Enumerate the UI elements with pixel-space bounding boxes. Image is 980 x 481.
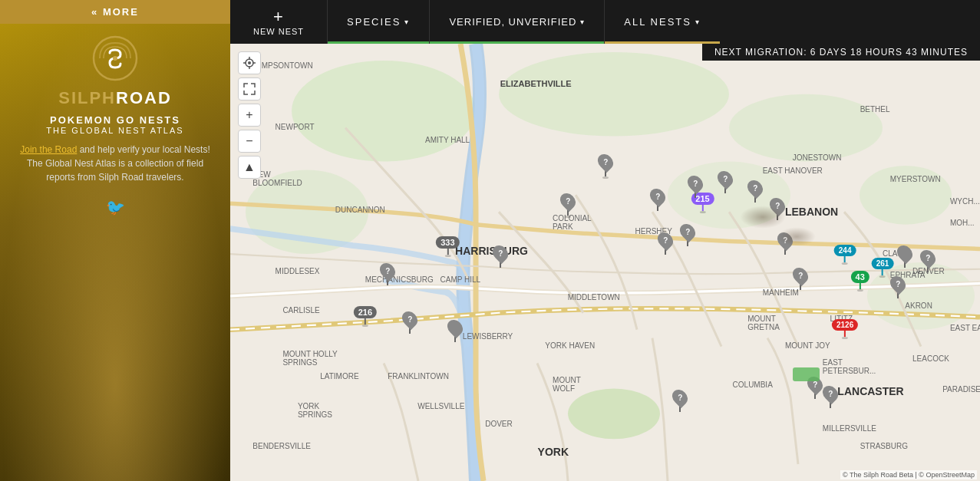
verified-button[interactable]: VERIFIED, UNVERIFIED ▾ (430, 0, 605, 44)
plus-icon: + (273, 8, 284, 25)
nest-marker-q8[interactable]: ? (658, 232, 672, 255)
new-nest-label: NEW NEST (253, 27, 304, 36)
logo-text: SILPHROAD (58, 88, 172, 108)
tagline-pokemon: POKEMON GO NESTS (50, 114, 180, 126)
join-link[interactable]: Join the Road (20, 144, 77, 155)
nest-marker-q9[interactable]: ? (778, 232, 792, 255)
sidebar-content: SILPHROAD POKEMON GO NESTS THE GLOBAL NE… (0, 24, 230, 216)
fullscreen-button[interactable] (238, 77, 261, 100)
species-chevron-icon: ▾ (404, 18, 410, 26)
map-controls: + − ▲ (238, 51, 261, 179)
nest-marker-q5[interactable]: ? (718, 170, 732, 193)
species-button[interactable]: SPECIES ▾ (328, 0, 430, 44)
svg-point-12 (248, 61, 251, 64)
all-nests-label: ALL NESTS (624, 16, 691, 28)
nest-marker-plain2[interactable] (898, 245, 912, 268)
nest-marker-q2[interactable]: ? (561, 193, 575, 218)
species-label: SPECIES (347, 16, 401, 28)
nest-marker-q1[interactable]: ? (599, 153, 612, 179)
nest-marker-43[interactable]: 43 (851, 271, 869, 292)
verified-label: VERIFIED, UNVERIFIED (449, 16, 576, 28)
new-nest-button[interactable]: + NEW NEST (230, 0, 328, 44)
nest-marker-2126[interactable]: 2126 (832, 319, 858, 339)
nest-marker-q18[interactable]: ? (823, 385, 837, 408)
nest-marker-q13[interactable]: ? (403, 311, 417, 334)
green-park-area (793, 367, 820, 381)
tagline-atlas: THE GLOBAL NEST ATLAS (46, 126, 183, 135)
map-container[interactable]: THOMPSONTOWN ELIZABETHVILLE NEWPORT BETH… (230, 44, 980, 481)
nest-marker-244[interactable]: 244 (834, 245, 856, 265)
nest-marker-q10[interactable]: ? (681, 223, 695, 246)
map-attribution: © The Silph Road Beta | © OpenStreetMap (840, 470, 977, 479)
locate-button[interactable] (238, 51, 261, 74)
silphroad-logo-icon (88, 31, 142, 85)
verified-chevron-icon: ▾ (580, 18, 585, 26)
compass-button[interactable]: ▲ (238, 156, 261, 179)
main-content: + NEW NEST SPECIES ▾ VERIFIED, UNVERIFIE… (230, 0, 980, 481)
nest-marker-q6[interactable]: ? (748, 180, 762, 203)
logo-container: SILPHROAD (58, 31, 172, 108)
nest-marker-q14[interactable]: ? (794, 267, 807, 290)
twitter-icon[interactable]: 🐦 (106, 198, 125, 216)
svg-point-1 (113, 56, 117, 61)
nest-marker-q15[interactable]: ? (891, 275, 905, 298)
nest-marker-q19[interactable]: ? (673, 389, 687, 412)
nest-marker-q7[interactable]: ? (770, 197, 784, 220)
nest-marker-q11[interactable]: ? (493, 245, 507, 268)
nest-marker-q12[interactable]: ? (381, 262, 394, 285)
sidebar: « MORE SILPHROAD POKEMON GO NESTS THE GL… (0, 0, 230, 481)
join-description: Join the Road and help verify your local… (0, 143, 230, 184)
all-nests-chevron-icon: ▾ (695, 18, 701, 26)
migration-banner: NEXT MIGRATION: 6 DAYS 18 HOURS 43 MINUT… (702, 44, 980, 61)
map-markers-container: ? ? 215 ? (230, 44, 980, 481)
nest-marker-q16[interactable]: ? (921, 249, 935, 272)
nest-marker-q4[interactable]: ? (688, 175, 702, 198)
nest-marker-q3[interactable]: ? (651, 188, 665, 211)
navbar: + NEW NEST SPECIES ▾ VERIFIED, UNVERIFIE… (230, 0, 980, 44)
zoom-in-button[interactable]: + (238, 104, 261, 127)
zoom-out-button[interactable]: − (238, 130, 261, 153)
nest-marker-plain1[interactable] (448, 319, 462, 342)
nest-marker-333[interactable]: 333 (436, 236, 459, 257)
nest-marker-216[interactable]: 216 (354, 306, 377, 327)
more-button[interactable]: « MORE (0, 0, 230, 24)
all-nests-button[interactable]: ALL NESTS ▾ (605, 0, 720, 44)
